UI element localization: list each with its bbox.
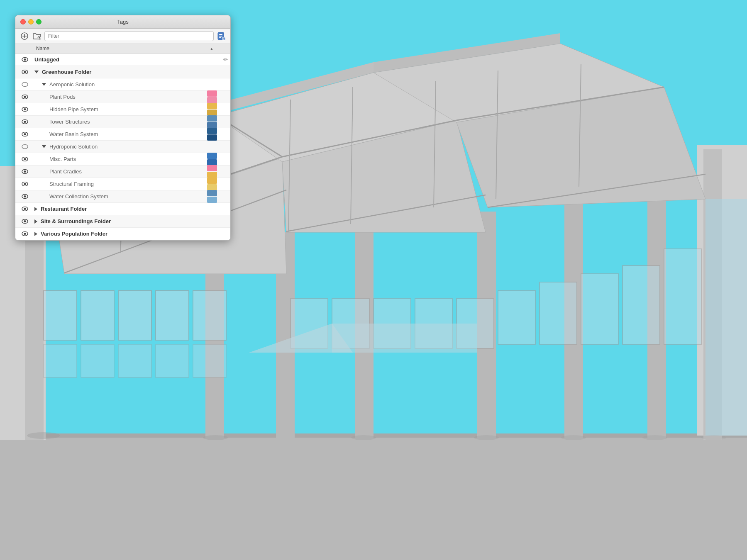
colors-water-basin — [207, 128, 218, 141]
add-tag-button[interactable] — [20, 31, 29, 41]
title-bar: Tags — [15, 15, 230, 29]
eye-site[interactable] — [15, 219, 34, 224]
label-aeroponic: Aeroponic Solution — [34, 81, 207, 88]
eye-water-basin[interactable] — [15, 132, 34, 136]
row-plant-cradles[interactable]: Plant Cradles — [15, 166, 230, 178]
eye-water-collection[interactable] — [15, 194, 34, 199]
eye-aeroponic[interactable] — [15, 82, 34, 87]
expand-greenhouse[interactable] — [34, 71, 39, 73]
tags-panel: Tags Name ▲ Untagged ✏ — [15, 15, 231, 241]
svg-point-92 — [24, 108, 26, 110]
svg-point-105 — [24, 195, 26, 197]
row-various-folder[interactable]: Various Population Folder — [15, 228, 230, 240]
label-tower-structures: Tower Structures — [34, 119, 207, 125]
eye-plant-cradles[interactable] — [15, 169, 34, 174]
eye-plant-pods[interactable] — [15, 95, 34, 99]
add-folder-button[interactable] — [32, 31, 42, 41]
svg-point-70 — [701, 435, 726, 440]
svg-point-97 — [22, 145, 28, 149]
svg-rect-22 — [706, 199, 747, 436]
svg-rect-60 — [156, 344, 189, 377]
colors-structural-framing — [207, 178, 218, 190]
svg-point-85 — [24, 58, 26, 61]
traffic-lights — [20, 19, 42, 24]
edit-untagged[interactable]: ✏ — [220, 56, 230, 63]
row-untagged[interactable]: Untagged ✏ — [15, 54, 230, 66]
svg-rect-80 — [219, 37, 221, 38]
row-structural-framing[interactable]: Structural Framing — [15, 178, 230, 190]
row-greenhouse-folder[interactable]: Greenhouse Folder — [15, 66, 230, 78]
svg-point-65 — [203, 435, 228, 440]
row-restaurant-folder[interactable]: Restaurant Folder — [15, 203, 230, 215]
label-structural-framing: Structural Framing — [34, 181, 207, 187]
svg-rect-54 — [581, 274, 618, 344]
svg-point-67 — [474, 435, 499, 440]
eye-hydroponic[interactable] — [15, 144, 34, 149]
row-plant-pods[interactable]: Plant Pods — [15, 91, 230, 103]
expand-various[interactable] — [34, 232, 37, 236]
svg-rect-44 — [118, 290, 151, 340]
label-greenhouse-folder: Greenhouse Folder — [34, 69, 207, 75]
row-water-basin[interactable]: Water Basin System — [15, 128, 230, 141]
colors-misc-parts — [207, 153, 218, 166]
svg-rect-55 — [622, 265, 660, 344]
name-column-header[interactable]: Name — [34, 46, 210, 51]
svg-rect-78 — [219, 34, 222, 35]
row-water-collection[interactable]: Water Collection System — [15, 190, 230, 203]
svg-rect-52 — [498, 290, 535, 344]
label-hidden-pipe: Hidden Pipe System — [34, 106, 207, 112]
eye-hidden-pipe[interactable] — [15, 107, 34, 112]
label-water-basin: Water Basin System — [34, 131, 207, 137]
eye-restaurant[interactable] — [15, 207, 34, 211]
row-hidden-pipe[interactable]: Hidden Pipe System — [15, 103, 230, 116]
eye-structural-framing[interactable] — [15, 182, 34, 186]
expand-aeroponic[interactable] — [42, 83, 46, 86]
svg-point-107 — [24, 208, 26, 210]
eye-tower-structures[interactable] — [15, 119, 34, 124]
svg-rect-42 — [44, 290, 77, 340]
export-button[interactable] — [216, 31, 226, 41]
expand-hydroponic[interactable] — [42, 145, 46, 148]
row-tower-structures[interactable]: Tower Structures — [15, 116, 230, 128]
sort-icon[interactable]: ▲ — [210, 46, 217, 51]
label-site-folder: Site & Surroundings Folder — [34, 218, 207, 224]
toolbar — [15, 29, 230, 44]
svg-point-101 — [24, 170, 26, 173]
row-aeroponic[interactable]: Aeroponic Solution — [15, 78, 230, 91]
svg-point-87 — [24, 71, 26, 73]
label-untagged: Untagged — [34, 56, 207, 63]
eye-greenhouse[interactable] — [15, 70, 34, 74]
label-various-folder: Various Population Folder — [34, 231, 207, 237]
maximize-button[interactable] — [36, 19, 42, 24]
svg-rect-1 — [0, 436, 747, 560]
row-misc-parts[interactable]: Misc. Parts — [15, 153, 230, 166]
eye-misc-parts[interactable] — [15, 157, 34, 161]
minimize-button[interactable] — [28, 19, 34, 24]
row-hydroponic[interactable]: Hydroponic Solution — [15, 141, 230, 153]
tag-list: Untagged ✏ Greenhouse Folder Aeroponic S — [15, 54, 230, 240]
label-plant-cradles: Plant Cradles — [34, 168, 207, 175]
label-hydroponic: Hydroponic Solution — [34, 144, 207, 150]
colors-water-collection — [207, 190, 218, 203]
svg-rect-43 — [81, 290, 114, 340]
expand-restaurant[interactable] — [34, 207, 37, 211]
svg-rect-56 — [664, 249, 701, 344]
svg-point-64 — [27, 432, 60, 439]
svg-point-103 — [24, 183, 26, 185]
colors-plant-pods — [207, 90, 218, 103]
svg-rect-53 — [540, 282, 577, 344]
expand-site[interactable] — [34, 219, 37, 224]
eye-untagged[interactable] — [15, 57, 34, 62]
svg-rect-58 — [81, 344, 114, 377]
svg-point-68 — [561, 435, 586, 440]
svg-point-66 — [351, 435, 376, 440]
svg-rect-59 — [118, 344, 151, 377]
label-restaurant-folder: Restaurant Folder — [34, 206, 207, 212]
svg-rect-57 — [44, 344, 77, 377]
eye-various[interactable] — [15, 231, 34, 236]
row-site-folder[interactable]: Site & Surroundings Folder — [15, 215, 230, 228]
svg-point-69 — [642, 435, 667, 440]
filter-input[interactable] — [44, 31, 214, 41]
colors-hidden-pipe — [207, 103, 218, 116]
close-button[interactable] — [20, 19, 26, 24]
